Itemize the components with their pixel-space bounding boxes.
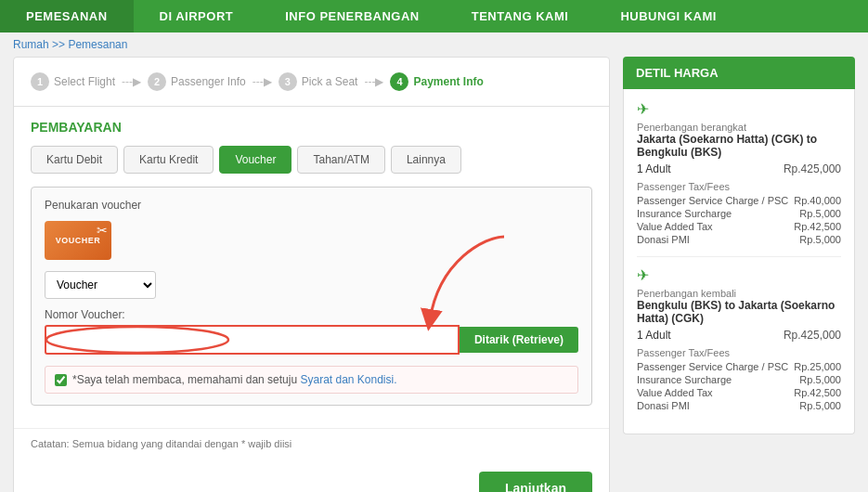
charge-val-0-3: Rp.5,000 bbox=[799, 234, 841, 245]
terms-checkbox[interactable] bbox=[55, 374, 67, 386]
adult-row-0: 1 AdultRp.425,000 bbox=[637, 162, 841, 175]
voucher-select[interactable]: Voucher bbox=[45, 271, 156, 299]
breadcrumb-current[interactable]: Pemesanan bbox=[68, 38, 127, 51]
charge-label-0-1: Insurance Surcharge bbox=[637, 208, 799, 219]
charge-val-0-1: Rp.5,000 bbox=[799, 208, 841, 219]
step-num-3: 3 bbox=[279, 72, 297, 91]
voucher-box-title: Penukaran voucher bbox=[45, 199, 578, 212]
scissors-icon: ✂ bbox=[97, 223, 108, 238]
pay-tab-voucher[interactable]: Voucher bbox=[219, 146, 291, 174]
charge-val-1-2: Rp.42,500 bbox=[794, 387, 841, 398]
flight-type-1: Penerbangan kembali bbox=[637, 288, 841, 299]
main-nav: PEMESANANDI AIRPORTINFO PENERBANGANTENTA… bbox=[0, 0, 868, 32]
payment-title: PEMBAYARAN bbox=[31, 120, 592, 135]
charge-label-1-1: Insurance Surcharge bbox=[637, 374, 799, 385]
adult-row-1: 1 AdultRp.425,000 bbox=[637, 329, 841, 342]
adult-price-1: Rp.425,000 bbox=[784, 329, 841, 342]
nav-item-tentang-kami[interactable]: TENTANG KAMI bbox=[446, 0, 595, 32]
pay-tab-lainnya[interactable]: Lainnya bbox=[391, 146, 461, 174]
charge-row-1-1: Insurance SurchargeRp.5,000 bbox=[637, 374, 841, 385]
step-num-4: 4 bbox=[390, 72, 408, 91]
flight-route-1: Bengkulu (BKS) to Jakarta (Soekarno Hatt… bbox=[637, 299, 841, 325]
flight-block-0: ✈Penerbangan berangkatJakarta (Soekarno … bbox=[637, 100, 841, 257]
checkbox-label: *Saya telah membaca, memahami dan setuju… bbox=[72, 373, 397, 386]
tax-header-0: Passenger Tax/Fees bbox=[637, 181, 841, 192]
step-arrow-1: ---▶ bbox=[253, 75, 272, 88]
voucher-input[interactable] bbox=[45, 325, 460, 355]
charge-label-1-3: Donasi PMI bbox=[637, 400, 799, 411]
adult-price-0: Rp.425,000 bbox=[784, 162, 841, 175]
left-panel: 1Select Flight---▶2Passenger Info---▶3Pi… bbox=[13, 57, 610, 492]
charge-label-0-0: Passenger Service Charge / PSC bbox=[637, 195, 794, 206]
tax-header-1: Passenger Tax/Fees bbox=[637, 347, 841, 358]
charge-label-0-3: Donasi PMI bbox=[637, 234, 799, 245]
step-1: 1Select Flight bbox=[31, 72, 115, 91]
detil-body: ✈Penerbangan berangkatJakarta (Soekarno … bbox=[623, 89, 855, 434]
adult-label-1: 1 Adult bbox=[637, 329, 784, 342]
charge-row-1-0: Passenger Service Charge / PSCRp.25,000 bbox=[637, 361, 841, 372]
voucher-icon-text: VOUCHER bbox=[56, 236, 101, 245]
payment-section: PEMBAYARAN Kartu DebitKartu KreditVouche… bbox=[14, 107, 609, 419]
plane-icon-0: ✈ bbox=[637, 100, 841, 118]
checkbox-row: *Saya telah membaca, memahami dan setuju… bbox=[45, 366, 578, 394]
right-panel: DETIL HARGA ✈Penerbangan berangkatJakart… bbox=[623, 57, 855, 492]
charge-row-1-2: Value Added TaxRp.42,500 bbox=[637, 387, 841, 398]
flight-type-0: Penerbangan berangkat bbox=[637, 122, 841, 133]
pay-tab-kartu-kredit[interactable]: Kartu Kredit bbox=[123, 146, 214, 174]
flight-block-1: ✈Penerbangan kembaliBengkulu (BKS) to Ja… bbox=[637, 266, 841, 422]
charge-row-0-3: Donasi PMIRp.5,000 bbox=[637, 234, 841, 245]
charge-val-1-3: Rp.5,000 bbox=[799, 400, 841, 411]
note-text: Catatan: Semua bidang yang ditandai deng… bbox=[14, 428, 609, 459]
step-label-2: Passenger Info bbox=[171, 75, 246, 88]
nav-item-pemesanan[interactable]: PEMESANAN bbox=[0, 0, 134, 32]
charge-val-0-2: Rp.42,500 bbox=[794, 221, 841, 232]
step-label-3: Pick a Seat bbox=[302, 75, 358, 88]
pay-tab-tahan/atm[interactable]: Tahan/ATM bbox=[297, 146, 384, 174]
charge-label-0-2: Value Added Tax bbox=[637, 221, 794, 232]
charge-row-0-2: Value Added TaxRp.42,500 bbox=[637, 221, 841, 232]
terms-link[interactable]: Syarat dan Kondisi. bbox=[300, 373, 396, 386]
step-arrow-0: ---▶ bbox=[122, 75, 141, 88]
adult-label-0: 1 Adult bbox=[637, 162, 784, 175]
nomor-label: Nomor Voucher: bbox=[45, 308, 578, 321]
pay-tab-kartu-debit[interactable]: Kartu Debit bbox=[31, 146, 118, 174]
detil-header: DETIL HARGA bbox=[623, 57, 855, 89]
nav-item-di-airport[interactable]: DI AIRPORT bbox=[134, 0, 260, 32]
voucher-box: Penukaran voucher VOUCHER ✂ Voucher Nomo… bbox=[31, 187, 592, 406]
plane-icon-1: ✈ bbox=[637, 266, 841, 284]
step-label-4: Payment Info bbox=[413, 75, 483, 88]
step-2: 2Passenger Info bbox=[148, 72, 246, 91]
charge-label-1-0: Passenger Service Charge / PSC bbox=[637, 361, 794, 372]
breadcrumb-separator: >> bbox=[52, 38, 68, 51]
voucher-select-row: Voucher bbox=[45, 271, 578, 299]
voucher-icon: VOUCHER ✂ bbox=[45, 221, 111, 260]
breadcrumb: Rumah >> Pemesanan bbox=[0, 32, 868, 57]
retrieve-button[interactable]: Ditarik (Retrieve) bbox=[460, 327, 578, 353]
breadcrumb-home[interactable]: Rumah bbox=[13, 38, 49, 51]
charge-row-1-3: Donasi PMIRp.5,000 bbox=[637, 400, 841, 411]
nav-item-info-penerbangan[interactable]: INFO PENERBANGAN bbox=[259, 0, 446, 32]
steps-bar: 1Select Flight---▶2Passenger Info---▶3Pi… bbox=[14, 58, 609, 107]
step-num-2: 2 bbox=[148, 72, 166, 91]
lanjutkan-row: Lanjutkan bbox=[14, 472, 609, 492]
nomor-row: Ditarik (Retrieve) bbox=[45, 325, 578, 355]
flight-route-0: Jakarta (Soekarno Hatta) (CGK) to Bengku… bbox=[637, 133, 841, 159]
charge-val-1-1: Rp.5,000 bbox=[799, 374, 841, 385]
step-3: 3Pick a Seat bbox=[279, 72, 358, 91]
step-num-1: 1 bbox=[31, 72, 49, 91]
charge-label-1-2: Value Added Tax bbox=[637, 387, 794, 398]
charge-val-1-0: Rp.25,000 bbox=[794, 361, 841, 372]
charge-val-0-0: Rp.40,000 bbox=[794, 195, 841, 206]
step-4: 4Payment Info bbox=[390, 72, 483, 91]
nav-item-hubungi-kami[interactable]: HUBUNGI KAMI bbox=[594, 0, 743, 32]
step-arrow-2: ---▶ bbox=[364, 75, 383, 88]
charge-row-0-1: Insurance SurchargeRp.5,000 bbox=[637, 208, 841, 219]
charge-row-0-0: Passenger Service Charge / PSCRp.40,000 bbox=[637, 195, 841, 206]
lanjutkan-button[interactable]: Lanjutkan bbox=[479, 472, 592, 492]
payment-tabs: Kartu DebitKartu KreditVoucherTahan/ATML… bbox=[31, 146, 592, 174]
step-label-1: Select Flight bbox=[54, 75, 115, 88]
